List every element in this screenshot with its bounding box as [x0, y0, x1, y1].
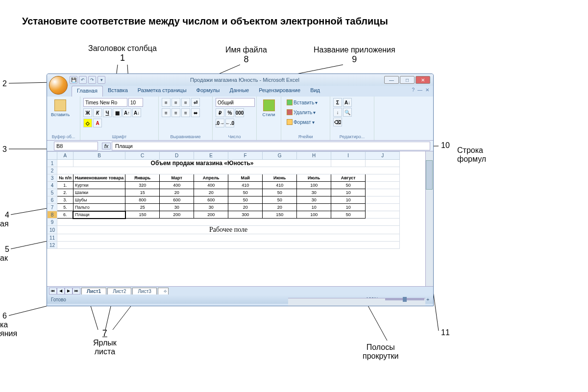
data-cell[interactable]: 800	[125, 196, 160, 204]
zoom-slider[interactable]	[385, 298, 424, 300]
col-header-h[interactable]: H	[297, 152, 331, 160]
data-header-cell[interactable]: № п/п	[57, 174, 74, 182]
help-icon[interactable]: ?	[412, 87, 415, 95]
autosum-button[interactable]: Σ	[333, 98, 342, 107]
first-sheet-button[interactable]: ⏮	[49, 288, 57, 294]
next-sheet-button[interactable]: ▶	[65, 288, 73, 294]
data-cell[interactable]: 25	[125, 204, 160, 211]
close-button[interactable]: ✕	[416, 76, 430, 84]
percent-button[interactable]: %	[225, 108, 234, 117]
row-header[interactable]: 1	[48, 160, 57, 167]
data-cell[interactable]: 30	[297, 196, 331, 204]
font-name-combo[interactable]	[83, 98, 127, 107]
paste-button[interactable]: Вставить	[50, 98, 71, 134]
doc-close-icon[interactable]: ✕	[425, 87, 429, 95]
data-header-cell[interactable]: Наименование товара	[73, 174, 125, 182]
format-cells-button[interactable]: Формат ▾	[284, 118, 327, 126]
merge-button[interactable]: ⬌	[191, 108, 200, 117]
delete-cells-button[interactable]: Удалить ▾	[284, 108, 327, 117]
row-header[interactable]: 5	[48, 189, 57, 196]
data-cell[interactable]: 20	[263, 204, 297, 211]
office-button[interactable]	[49, 76, 68, 95]
data-header-cell[interactable]: Апрель	[194, 174, 228, 182]
data-cell[interactable]: 30	[297, 189, 331, 196]
font-size-combo[interactable]	[128, 98, 143, 107]
align-right-button[interactable]: ≡	[181, 108, 190, 117]
data-cell[interactable]: 50	[228, 189, 263, 196]
row-header[interactable]: 7	[48, 204, 57, 211]
styles-button[interactable]: Стили	[260, 98, 278, 139]
data-cell[interactable]: 6.	[57, 211, 74, 219]
data-cell[interactable]: 100	[297, 211, 331, 219]
row-header[interactable]: 12	[48, 242, 57, 249]
data-header-cell[interactable]: Июль	[297, 174, 331, 182]
minimize-button[interactable]: —	[384, 76, 399, 84]
sheet-tab-1[interactable]: Лист1	[81, 288, 106, 294]
data-header-cell[interactable]: Июнь	[263, 174, 297, 182]
data-cell[interactable]: 10	[331, 189, 366, 196]
data-header-cell[interactable]: Март	[160, 174, 194, 182]
data-cell[interactable]: 200	[194, 211, 228, 219]
maximize-button[interactable]: □	[400, 76, 415, 84]
number-format-combo[interactable]	[216, 98, 255, 107]
tab-layout[interactable]: Разметка страницы	[133, 86, 192, 97]
data-cell[interactable]: Куртки	[73, 182, 125, 189]
clear-button[interactable]: ⌫	[333, 118, 342, 126]
data-cell[interactable]: 400	[160, 182, 194, 189]
qat-more-icon[interactable]: ▾	[98, 76, 105, 84]
data-cell[interactable]: 10	[331, 204, 366, 211]
tab-home[interactable]: Главная	[72, 86, 103, 97]
data-cell[interactable]: 20	[160, 189, 194, 196]
data-cell[interactable]: Шубы	[73, 196, 125, 204]
data-cell[interactable]: 10	[297, 204, 331, 211]
data-cell[interactable]: 5.	[57, 204, 74, 211]
row-header[interactable]: 10	[48, 226, 57, 234]
last-sheet-button[interactable]: ⏭	[73, 288, 80, 294]
col-header-c[interactable]: C	[125, 152, 160, 160]
data-cell[interactable]: 400	[194, 182, 228, 189]
col-header-f[interactable]: F	[228, 152, 263, 160]
row-header[interactable]: 3	[48, 174, 57, 182]
border-button[interactable]: ▦	[113, 108, 122, 117]
minimize-ribbon-icon[interactable]: —	[417, 87, 422, 95]
tab-insert[interactable]: Вставка	[103, 86, 133, 97]
data-cell[interactable]: 410	[263, 182, 297, 189]
data-cell[interactable]: 600	[194, 196, 228, 204]
align-top-button[interactable]: ≡	[162, 98, 171, 107]
data-cell[interactable]: 410	[228, 182, 263, 189]
col-header-i[interactable]: I	[331, 152, 366, 160]
zoom-in-button[interactable]: +	[426, 297, 429, 302]
vertical-scrollbar[interactable]	[425, 151, 433, 286]
data-cell[interactable]: 320	[125, 182, 160, 189]
select-all-corner[interactable]	[48, 152, 57, 160]
data-cell[interactable]: 1.	[57, 182, 74, 189]
data-cell[interactable]: 50	[331, 211, 366, 219]
data-cell[interactable]: 30	[194, 204, 228, 211]
font-shrink-button[interactable]: A↓	[132, 108, 141, 117]
data-header-cell[interactable]: Май	[228, 174, 263, 182]
data-cell[interactable]: 50	[228, 196, 263, 204]
data-header-cell[interactable]: Август	[331, 174, 366, 182]
fill-color-button[interactable]: ◇	[83, 119, 92, 127]
tab-view[interactable]: Вид	[305, 86, 325, 97]
inc-decimal-button[interactable]: .0→	[216, 119, 224, 127]
prev-sheet-button[interactable]: ◀	[57, 288, 65, 294]
row-header[interactable]: 2	[48, 167, 57, 174]
align-mid-button[interactable]: ≡	[172, 98, 180, 107]
data-cell[interactable]: Пальто	[73, 204, 125, 211]
data-cell[interactable]: 300	[228, 211, 263, 219]
redo-icon[interactable]: ↷	[88, 76, 96, 84]
currency-button[interactable]: ₽	[216, 108, 224, 117]
align-center-button[interactable]: ≡	[172, 108, 180, 117]
data-cell[interactable]: 50	[263, 196, 297, 204]
sheet-tab-3[interactable]: Лист3	[132, 288, 156, 294]
save-icon[interactable]: 💾	[70, 76, 77, 84]
new-sheet-button[interactable]: ✧	[158, 288, 169, 294]
col-header-d[interactable]: D	[160, 152, 194, 160]
sheet-tab-2[interactable]: Лист2	[107, 288, 131, 294]
col-header-g[interactable]: G	[263, 152, 297, 160]
bold-button[interactable]: Ж	[83, 108, 92, 117]
underline-button[interactable]: Ч	[103, 108, 112, 117]
row-header[interactable]: 4	[48, 182, 57, 189]
row-header[interactable]: 8	[48, 211, 57, 219]
